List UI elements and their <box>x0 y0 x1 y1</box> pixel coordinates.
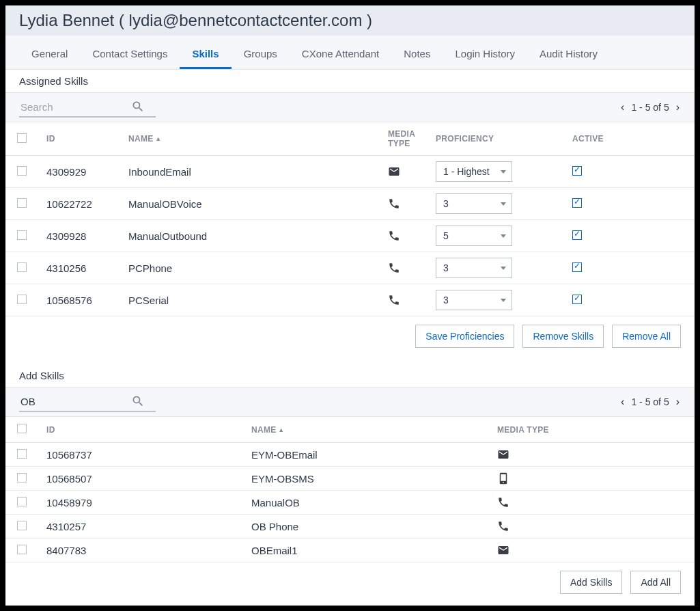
table-row: 10458979ManualOB <box>5 491 695 515</box>
tab-bar: GeneralContact SettingsSkillsGroupsCXone… <box>5 36 695 70</box>
row-checkbox[interactable] <box>17 230 27 240</box>
cell-id: 8407783 <box>38 539 243 562</box>
tab-audit-history[interactable]: Audit History <box>527 36 610 69</box>
tab-groups[interactable]: Groups <box>232 36 290 69</box>
chevron-right-icon[interactable]: › <box>675 396 681 408</box>
proficiency-select[interactable]: 3 <box>436 258 512 278</box>
phone-icon <box>380 284 428 316</box>
table-row: 4309929InboundEmail1 - Highest <box>5 156 695 188</box>
table-row: 4310256PCPhone3 <box>5 252 695 284</box>
add-toolbar: ‹ 1 - 5 of 5 › <box>5 388 695 417</box>
proficiency-select[interactable]: 5 <box>436 226 512 246</box>
phone-icon <box>380 252 428 284</box>
proficiency-select[interactable]: 3 <box>436 193 512 214</box>
row-checkbox[interactable] <box>17 473 27 483</box>
add-skills-button[interactable]: Add Skills <box>560 571 622 594</box>
chevron-left-icon[interactable]: ‹ <box>619 396 626 408</box>
col-id[interactable]: ID <box>38 417 243 443</box>
page-title: Lydia Bennet ( lydia@bennetcontactcenter… <box>5 5 695 36</box>
assigned-toolbar: ‹ 1 - 5 of 5 › <box>5 93 695 122</box>
tab-contact-settings[interactable]: Contact Settings <box>80 36 180 69</box>
chevron-right-icon[interactable]: › <box>675 101 681 113</box>
table-row: 8407783OBEmail1 <box>5 539 695 562</box>
cell-id: 10568576 <box>38 284 120 316</box>
phone-icon <box>489 491 695 515</box>
add-pager-text: 1 - 5 of 5 <box>631 396 669 407</box>
cell-id: 10458979 <box>38 491 243 515</box>
assigned-table: ID NAME MEDIA TYPE PROFICIENCY ACTIVE 43… <box>5 122 695 316</box>
add-search-input[interactable] <box>19 395 128 408</box>
col-proficiency[interactable]: PROFICIENCY <box>428 122 564 156</box>
table-row: 4309928ManualOutbound5 <box>5 220 695 252</box>
active-checkbox[interactable] <box>572 295 582 304</box>
assigned-pager: ‹ 1 - 5 of 5 › <box>619 101 681 113</box>
table-row: 10622722ManualOBVoice3 <box>5 188 695 220</box>
row-checkbox[interactable] <box>17 497 27 506</box>
cell-name: EYM-OBSMS <box>243 467 489 491</box>
chevron-left-icon[interactable]: ‹ <box>619 101 626 113</box>
cell-name: InboundEmail <box>120 156 380 188</box>
email-icon <box>380 156 428 188</box>
cell-name: EYM-OBEmail <box>243 443 489 467</box>
row-checkbox[interactable] <box>17 166 27 176</box>
active-checkbox[interactable] <box>572 230 582 240</box>
cell-id: 4310256 <box>38 252 120 284</box>
save-proficiencies-button[interactable]: Save Proficiencies <box>415 325 514 348</box>
cell-id: 4310257 <box>38 515 243 539</box>
add-all-button[interactable]: Add All <box>630 571 681 594</box>
search-icon[interactable] <box>131 100 145 113</box>
row-checkbox[interactable] <box>17 198 27 208</box>
email-icon <box>489 443 695 467</box>
table-row: 10568507EYM-OBSMS <box>5 467 695 491</box>
row-checkbox[interactable] <box>17 449 27 459</box>
col-name[interactable]: NAME <box>120 122 380 156</box>
tab-notes[interactable]: Notes <box>391 36 443 69</box>
active-checkbox[interactable] <box>572 198 582 208</box>
assigned-section-title: Assigned Skills <box>5 70 695 93</box>
mobile-icon <box>489 467 695 491</box>
row-checkbox[interactable] <box>17 295 27 304</box>
col-active[interactable]: ACTIVE <box>564 122 695 156</box>
assigned-search-input[interactable] <box>19 100 128 113</box>
select-all-checkbox[interactable] <box>17 133 27 143</box>
cell-name: ManualOutbound <box>120 220 380 252</box>
proficiency-select[interactable]: 1 - Highest <box>436 161 512 182</box>
search-icon[interactable] <box>131 394 145 408</box>
table-row: 10568576PCSerial3 <box>5 284 695 316</box>
cell-id: 4309928 <box>38 220 120 252</box>
remove-skills-button[interactable]: Remove Skills <box>522 325 604 348</box>
row-checkbox[interactable] <box>17 521 27 530</box>
col-id[interactable]: ID <box>38 122 120 156</box>
assigned-pager-text: 1 - 5 of 5 <box>631 102 669 113</box>
tab-cxone-attendant[interactable]: CXone Attendant <box>290 36 391 69</box>
col-name[interactable]: NAME <box>243 417 489 443</box>
tab-general[interactable]: General <box>19 36 80 69</box>
cell-name: OB Phone <box>243 515 489 539</box>
cell-name: OBEmail1 <box>243 539 489 562</box>
email-icon <box>489 539 695 562</box>
active-checkbox[interactable] <box>572 262 582 272</box>
remove-all-button[interactable]: Remove All <box>612 325 681 348</box>
col-media[interactable]: MEDIA TYPE <box>380 122 428 156</box>
phone-icon <box>489 515 695 539</box>
add-table: ID NAME MEDIA TYPE 10568737EYM-OBEmail10… <box>5 417 695 562</box>
tab-login-history[interactable]: Login History <box>443 36 527 69</box>
phone-icon <box>380 188 428 220</box>
phone-icon <box>380 220 428 252</box>
cell-name: ManualOB <box>243 491 489 515</box>
col-media[interactable]: MEDIA TYPE <box>489 417 695 443</box>
cell-name: PCPhone <box>120 252 380 284</box>
table-row: 10568737EYM-OBEmail <box>5 443 695 467</box>
add-pager: ‹ 1 - 5 of 5 › <box>619 396 681 408</box>
row-checkbox[interactable] <box>17 262 27 272</box>
cell-name: PCSerial <box>120 284 380 316</box>
cell-id: 10568737 <box>38 443 243 467</box>
proficiency-select[interactable]: 3 <box>436 290 512 310</box>
cell-id: 10622722 <box>38 188 120 220</box>
tab-skills[interactable]: Skills <box>180 36 231 69</box>
select-all-checkbox[interactable] <box>17 424 27 433</box>
cell-name: ManualOBVoice <box>120 188 380 220</box>
row-checkbox[interactable] <box>17 545 27 554</box>
table-row: 4310257OB Phone <box>5 515 695 539</box>
active-checkbox[interactable] <box>572 166 582 176</box>
